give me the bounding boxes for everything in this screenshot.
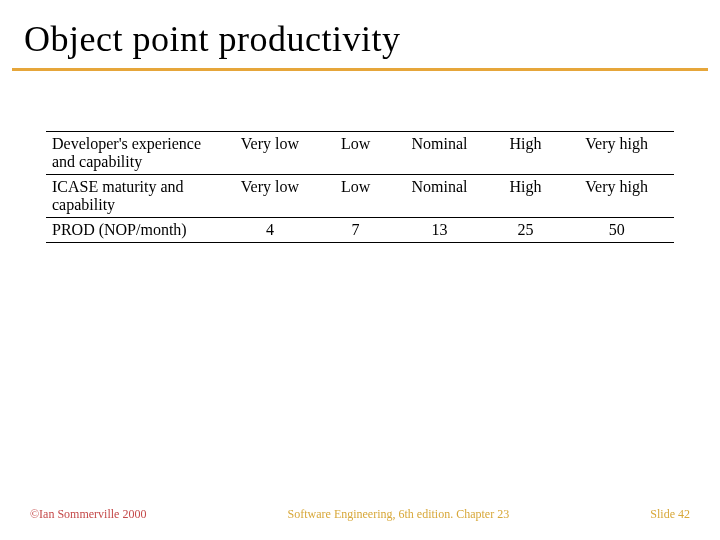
productivity-table: Developer's experience and capability Ve…: [46, 131, 674, 243]
cell: Very high: [559, 132, 674, 175]
cell: 13: [387, 218, 491, 243]
row-label: PROD (NOP/month): [46, 218, 216, 243]
cell: 25: [492, 218, 560, 243]
cell: Nominal: [387, 175, 491, 218]
cell: 50: [559, 218, 674, 243]
table-row: PROD (NOP/month) 4 7 13 25 50: [46, 218, 674, 243]
cell: Low: [324, 175, 387, 218]
cell: Very high: [559, 175, 674, 218]
title-underline: [12, 68, 708, 71]
row-label: Developer's experience and capability: [46, 132, 216, 175]
footer-copyright: ©Ian Sommerville 2000: [30, 507, 146, 522]
footer-slide-num: Slide 42: [650, 507, 690, 522]
cell: Low: [324, 132, 387, 175]
table-row: Developer's experience and capability Ve…: [46, 132, 674, 175]
table-row: ICASE maturity and capability Very low L…: [46, 175, 674, 218]
cell: High: [492, 175, 560, 218]
row-label: ICASE maturity and capability: [46, 175, 216, 218]
cell: Very low: [216, 175, 324, 218]
cell: Nominal: [387, 132, 491, 175]
cell: 4: [216, 218, 324, 243]
cell: High: [492, 132, 560, 175]
slide-footer: ©Ian Sommerville 2000 Software Engineeri…: [0, 507, 720, 522]
footer-book-title: Software Engineering, 6th edition. Chapt…: [288, 507, 510, 522]
slide-title: Object point productivity: [0, 0, 720, 68]
cell: 7: [324, 218, 387, 243]
cell: Very low: [216, 132, 324, 175]
